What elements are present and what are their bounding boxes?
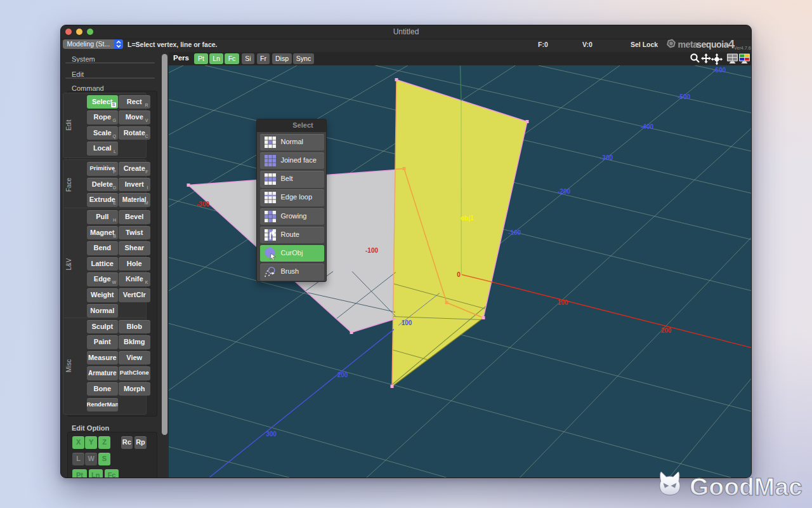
svg-text:100: 100	[402, 319, 412, 326]
svg-text:-400: -400	[641, 123, 653, 130]
svg-text:-500: -500	[678, 93, 690, 100]
svg-text:obj1: obj1	[461, 215, 474, 222]
svg-text:Ver4.7.6: Ver4.7.6	[734, 45, 751, 51]
svg-text:200: 200	[661, 327, 672, 334]
svg-text:300: 300	[266, 430, 277, 437]
svg-text:-300: -300	[600, 154, 613, 161]
svg-text:-100: -100	[508, 229, 521, 236]
svg-text:-600: -600	[713, 66, 726, 73]
svg-text:0: 0	[457, 271, 461, 278]
svg-text:-100: -100	[365, 246, 378, 253]
svg-text:sequoia: sequoia	[697, 39, 729, 50]
svg-text:100: 100	[558, 298, 568, 305]
svg-text:GoodMac: GoodMac	[690, 473, 802, 500]
svg-text:-300: -300	[197, 201, 209, 208]
svg-text:-200: -200	[558, 188, 570, 195]
svg-text:200: 200	[337, 371, 348, 378]
svg-text:meta: meta	[678, 39, 698, 50]
